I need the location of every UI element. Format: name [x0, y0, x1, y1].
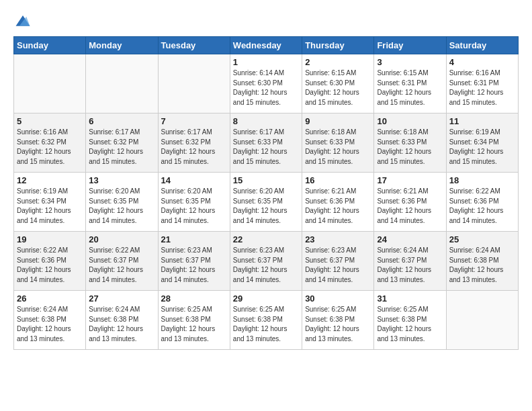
- calendar-cell: 1Sunrise: 6:14 AM Sunset: 6:30 PM Daylig…: [230, 54, 302, 113]
- day-info: Sunrise: 6:20 AM Sunset: 6:35 PM Dayligh…: [233, 187, 299, 226]
- calendar-week-row: 19Sunrise: 6:22 AM Sunset: 6:36 PM Dayli…: [14, 232, 519, 291]
- day-info: Sunrise: 6:23 AM Sunset: 6:37 PM Dayligh…: [161, 246, 227, 285]
- calendar-cell: 10Sunrise: 6:18 AM Sunset: 6:33 PM Dayli…: [374, 113, 446, 173]
- day-info: Sunrise: 6:25 AM Sunset: 6:38 PM Dayligh…: [377, 305, 443, 344]
- day-info: Sunrise: 6:23 AM Sunset: 6:37 PM Dayligh…: [305, 246, 371, 285]
- calendar-week-row: 12Sunrise: 6:19 AM Sunset: 6:34 PM Dayli…: [14, 173, 519, 232]
- calendar-cell: 30Sunrise: 6:25 AM Sunset: 6:38 PM Dayli…: [302, 291, 374, 350]
- day-info: Sunrise: 6:17 AM Sunset: 6:32 PM Dayligh…: [89, 128, 154, 167]
- day-number: 16: [305, 175, 371, 185]
- calendar-cell: [446, 291, 518, 350]
- day-number: 29: [233, 293, 299, 304]
- calendar-cell: [86, 54, 158, 113]
- day-info: Sunrise: 6:24 AM Sunset: 6:38 PM Dayligh…: [449, 246, 515, 285]
- calendar-table: SundayMondayTuesdayWednesdayThursdayFrid…: [13, 36, 519, 350]
- day-info: Sunrise: 6:21 AM Sunset: 6:36 PM Dayligh…: [305, 187, 371, 226]
- day-info: Sunrise: 6:21 AM Sunset: 6:36 PM Dayligh…: [377, 187, 443, 226]
- calendar-cell: 23Sunrise: 6:23 AM Sunset: 6:37 PM Dayli…: [302, 232, 374, 291]
- weekday-header-monday: Monday: [86, 37, 158, 54]
- calendar-cell: 28Sunrise: 6:25 AM Sunset: 6:38 PM Dayli…: [158, 291, 230, 350]
- weekday-header-sunday: Sunday: [14, 37, 86, 54]
- day-number: 31: [377, 293, 443, 304]
- day-info: Sunrise: 6:15 AM Sunset: 6:30 PM Dayligh…: [305, 68, 371, 107]
- calendar-cell: 6Sunrise: 6:17 AM Sunset: 6:32 PM Daylig…: [86, 113, 158, 173]
- calendar-cell: [14, 54, 86, 113]
- day-number: 26: [17, 293, 83, 304]
- day-number: 9: [305, 116, 371, 126]
- weekday-header-thursday: Thursday: [302, 37, 374, 54]
- day-number: 1: [233, 57, 299, 67]
- logo: [13, 11, 35, 30]
- calendar-cell: 7Sunrise: 6:17 AM Sunset: 6:32 PM Daylig…: [158, 113, 230, 173]
- weekday-header-row: SundayMondayTuesdayWednesdayThursdayFrid…: [14, 37, 519, 54]
- header: [13, 11, 519, 30]
- day-info: Sunrise: 6:16 AM Sunset: 6:31 PM Dayligh…: [449, 68, 515, 107]
- calendar-cell: 25Sunrise: 6:24 AM Sunset: 6:38 PM Dayli…: [446, 232, 518, 291]
- calendar-cell: 5Sunrise: 6:16 AM Sunset: 6:32 PM Daylig…: [14, 113, 86, 173]
- calendar-cell: 2Sunrise: 6:15 AM Sunset: 6:30 PM Daylig…: [302, 54, 374, 113]
- day-number: 30: [305, 293, 371, 304]
- day-number: 22: [233, 234, 299, 244]
- day-number: 15: [233, 175, 299, 185]
- calendar-week-row: 26Sunrise: 6:24 AM Sunset: 6:38 PM Dayli…: [14, 291, 519, 350]
- day-info: Sunrise: 6:18 AM Sunset: 6:33 PM Dayligh…: [305, 128, 371, 167]
- day-number: 2: [305, 57, 371, 67]
- day-info: Sunrise: 6:24 AM Sunset: 6:38 PM Dayligh…: [17, 305, 83, 344]
- calendar-week-row: 1Sunrise: 6:14 AM Sunset: 6:30 PM Daylig…: [14, 54, 519, 113]
- calendar-cell: 24Sunrise: 6:24 AM Sunset: 6:37 PM Dayli…: [374, 232, 446, 291]
- weekday-header-friday: Friday: [374, 37, 446, 54]
- day-info: Sunrise: 6:15 AM Sunset: 6:31 PM Dayligh…: [377, 68, 443, 107]
- calendar-cell: 16Sunrise: 6:21 AM Sunset: 6:36 PM Dayli…: [302, 173, 374, 232]
- calendar-cell: 22Sunrise: 6:23 AM Sunset: 6:37 PM Dayli…: [230, 232, 302, 291]
- day-info: Sunrise: 6:22 AM Sunset: 6:37 PM Dayligh…: [89, 246, 154, 285]
- day-info: Sunrise: 6:19 AM Sunset: 6:34 PM Dayligh…: [17, 187, 83, 226]
- calendar-cell: 14Sunrise: 6:20 AM Sunset: 6:35 PM Dayli…: [158, 173, 230, 232]
- day-number: 20: [89, 234, 154, 244]
- calendar-cell: 8Sunrise: 6:17 AM Sunset: 6:33 PM Daylig…: [230, 113, 302, 173]
- day-info: Sunrise: 6:24 AM Sunset: 6:37 PM Dayligh…: [377, 246, 443, 285]
- calendar-cell: 4Sunrise: 6:16 AM Sunset: 6:31 PM Daylig…: [446, 54, 518, 113]
- day-number: 13: [89, 175, 154, 185]
- day-number: 8: [233, 116, 299, 126]
- logo-icon: [13, 11, 32, 30]
- day-info: Sunrise: 6:22 AM Sunset: 6:36 PM Dayligh…: [17, 246, 83, 285]
- day-info: Sunrise: 6:25 AM Sunset: 6:38 PM Dayligh…: [233, 305, 299, 344]
- day-number: 27: [89, 293, 154, 304]
- day-number: 5: [17, 116, 83, 126]
- calendar-cell: 12Sunrise: 6:19 AM Sunset: 6:34 PM Dayli…: [14, 173, 86, 232]
- calendar-cell: [158, 54, 230, 113]
- calendar-cell: 20Sunrise: 6:22 AM Sunset: 6:37 PM Dayli…: [86, 232, 158, 291]
- calendar-cell: 27Sunrise: 6:24 AM Sunset: 6:38 PM Dayli…: [86, 291, 158, 350]
- day-number: 28: [161, 293, 227, 304]
- page: SundayMondayTuesdayWednesdayThursdayFrid…: [0, 0, 532, 411]
- day-number: 3: [377, 57, 443, 67]
- day-info: Sunrise: 6:25 AM Sunset: 6:38 PM Dayligh…: [161, 305, 227, 344]
- day-number: 18: [449, 175, 515, 185]
- calendar-cell: 31Sunrise: 6:25 AM Sunset: 6:38 PM Dayli…: [374, 291, 446, 350]
- day-number: 17: [377, 175, 443, 185]
- day-number: 19: [17, 234, 83, 244]
- day-info: Sunrise: 6:20 AM Sunset: 6:35 PM Dayligh…: [89, 187, 154, 226]
- day-number: 7: [161, 116, 227, 126]
- day-number: 12: [17, 175, 83, 185]
- calendar-cell: 3Sunrise: 6:15 AM Sunset: 6:31 PM Daylig…: [374, 54, 446, 113]
- weekday-header-wednesday: Wednesday: [230, 37, 302, 54]
- day-info: Sunrise: 6:20 AM Sunset: 6:35 PM Dayligh…: [161, 187, 227, 226]
- day-info: Sunrise: 6:18 AM Sunset: 6:33 PM Dayligh…: [377, 128, 443, 167]
- calendar-cell: 29Sunrise: 6:25 AM Sunset: 6:38 PM Dayli…: [230, 291, 302, 350]
- weekday-header-saturday: Saturday: [446, 37, 518, 54]
- day-number: 6: [89, 116, 154, 126]
- calendar-cell: 13Sunrise: 6:20 AM Sunset: 6:35 PM Dayli…: [86, 173, 158, 232]
- day-info: Sunrise: 6:17 AM Sunset: 6:33 PM Dayligh…: [233, 128, 299, 167]
- calendar-week-row: 5Sunrise: 6:16 AM Sunset: 6:32 PM Daylig…: [14, 113, 519, 173]
- day-number: 21: [161, 234, 227, 244]
- day-info: Sunrise: 6:16 AM Sunset: 6:32 PM Dayligh…: [17, 128, 83, 167]
- calendar-cell: 9Sunrise: 6:18 AM Sunset: 6:33 PM Daylig…: [302, 113, 374, 173]
- day-info: Sunrise: 6:22 AM Sunset: 6:36 PM Dayligh…: [449, 187, 515, 226]
- day-number: 11: [449, 116, 515, 126]
- calendar-cell: 19Sunrise: 6:22 AM Sunset: 6:36 PM Dayli…: [14, 232, 86, 291]
- calendar-cell: 17Sunrise: 6:21 AM Sunset: 6:36 PM Dayli…: [374, 173, 446, 232]
- day-info: Sunrise: 6:23 AM Sunset: 6:37 PM Dayligh…: [233, 246, 299, 285]
- day-info: Sunrise: 6:17 AM Sunset: 6:32 PM Dayligh…: [161, 128, 227, 167]
- day-info: Sunrise: 6:25 AM Sunset: 6:38 PM Dayligh…: [305, 305, 371, 344]
